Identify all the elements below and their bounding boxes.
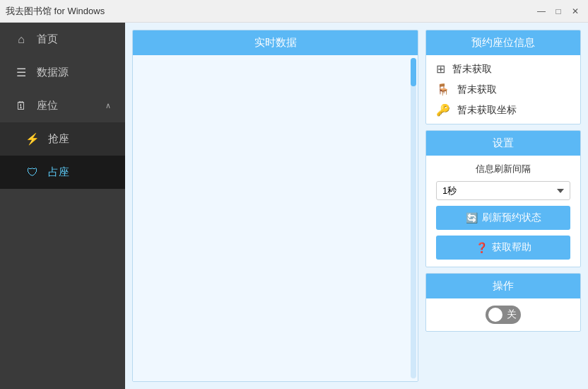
- sidebar-item-grab-label: 抢座: [48, 132, 111, 146]
- titlebar-controls: — □ ✕: [534, 4, 582, 18]
- help-icon: ❓: [476, 242, 488, 253]
- toggle-state-label: 关: [507, 308, 517, 321]
- key-icon: 🔑: [436, 103, 450, 117]
- realtime-header: 实时数据: [133, 30, 418, 55]
- sidebar-item-datasource-label: 数据源: [37, 66, 111, 79]
- realtime-body: [133, 55, 418, 381]
- realtime-panel: 实时数据: [132, 30, 418, 382]
- toggle-track: 关: [486, 306, 521, 324]
- get-help-label: 获取帮助: [492, 241, 531, 254]
- reservation-item-coord: 🔑 暂未获取坐标: [436, 103, 570, 117]
- sidebar-item-seat[interactable]: 🗓 座位 ∧: [0, 89, 125, 122]
- refresh-interval-label: 信息刷新间隔: [436, 163, 570, 175]
- sidebar-item-home[interactable]: ⌂ 首页: [0, 23, 125, 56]
- reservation-room-text: 暂未获取: [452, 63, 492, 76]
- app-title: 我去图书馆 for Windows: [6, 5, 105, 18]
- titlebar-title-area: 我去图书馆 for Windows: [6, 5, 105, 18]
- seat-icon: 🗓: [14, 100, 28, 112]
- settings-header: 设置: [426, 131, 580, 156]
- reservation-body: ⊞ 暂未获取 🪑 暂未获取 🔑 暂未获取坐标: [426, 55, 580, 124]
- minimize-button[interactable]: —: [534, 4, 548, 18]
- sidebar-item-occupy[interactable]: 🛡 占座: [0, 156, 125, 189]
- scrollbar-track[interactable]: [411, 58, 416, 378]
- room-icon: ⊞: [436, 62, 445, 76]
- grab-icon: ⚡: [25, 132, 40, 146]
- titlebar: 我去图书馆 for Windows — □ ✕: [0, 0, 588, 23]
- refresh-icon: 🔄: [466, 212, 478, 223]
- reservation-seat-text: 暂未获取: [457, 83, 497, 96]
- sidebar-item-home-label: 首页: [37, 33, 111, 46]
- sidebar-item-grab[interactable]: ⚡ 抢座: [0, 122, 125, 156]
- refresh-interval-select[interactable]: 1秒 2秒 5秒 10秒: [436, 181, 570, 200]
- sidebar-item-datasource[interactable]: ☰ 数据源: [0, 56, 125, 89]
- content-row: 实时数据 预约座位信息 ⊞ 暂未获取: [132, 30, 581, 382]
- operations-header: 操作: [426, 274, 580, 298]
- reservation-header: 预约座位信息: [426, 30, 580, 55]
- content-area: 实时数据 预约座位信息 ⊞ 暂未获取: [125, 23, 588, 389]
- close-button[interactable]: ✕: [568, 4, 582, 18]
- maximize-button[interactable]: □: [551, 4, 565, 18]
- seat-arrow-icon: ∧: [105, 101, 111, 110]
- datasource-icon: ☰: [14, 66, 28, 79]
- chair-icon: 🪑: [436, 83, 450, 96]
- occupy-icon: 🛡: [25, 166, 40, 179]
- operations-body: 关: [426, 298, 580, 331]
- toggle-thumb: [488, 308, 502, 322]
- main-container: ⌂ 首页 ☰ 数据源 🗓 座位 ∧ ⚡ 抢座 🛡 占座 实: [0, 23, 588, 389]
- settings-body: 信息刷新间隔 1秒 2秒 5秒 10秒 🔄 刷新预约状态 ❓: [426, 156, 580, 267]
- sidebar: ⌂ 首页 ☰ 数据源 🗓 座位 ∧ ⚡ 抢座 🛡 占座: [0, 23, 125, 389]
- get-help-button[interactable]: ❓ 获取帮助: [436, 236, 570, 260]
- settings-panel: 设置 信息刷新间隔 1秒 2秒 5秒 10秒 🔄 刷新预约状态: [425, 130, 581, 267]
- reservation-coord-text: 暂未获取坐标: [457, 104, 517, 117]
- home-icon: ⌂: [14, 33, 28, 46]
- reservation-panel: 预约座位信息 ⊞ 暂未获取 🪑 暂未获取 🔑 暂未获取坐标: [425, 30, 581, 124]
- refresh-status-button[interactable]: 🔄 刷新预约状态: [436, 206, 570, 230]
- refresh-status-label: 刷新预约状态: [482, 211, 541, 224]
- right-panels: 预约座位信息 ⊞ 暂未获取 🪑 暂未获取 🔑 暂未获取坐标: [425, 30, 581, 382]
- reservation-item-room: ⊞ 暂未获取: [436, 62, 570, 76]
- sidebar-sub-menu: ⚡ 抢座 🛡 占座: [0, 122, 125, 189]
- scrollbar-thumb[interactable]: [411, 58, 416, 86]
- toggle-switch[interactable]: 关: [486, 306, 521, 324]
- sidebar-item-occupy-label: 占座: [48, 166, 111, 179]
- reservation-item-seat: 🪑 暂未获取: [436, 83, 570, 96]
- operations-panel: 操作 关: [425, 273, 581, 332]
- sidebar-item-seat-label: 座位: [37, 99, 97, 112]
